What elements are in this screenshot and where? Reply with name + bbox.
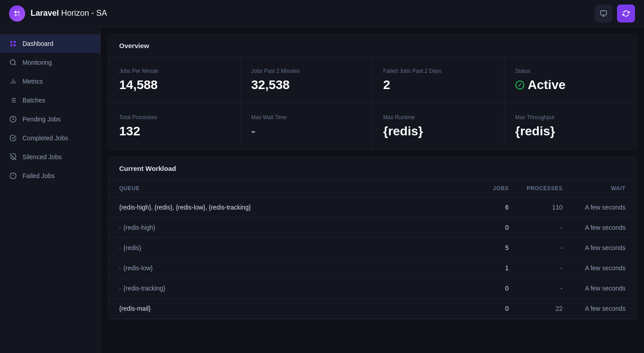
queue-name: › {redis-low} — [119, 264, 464, 272]
svg-point-2 — [14, 13, 17, 16]
jobs-count: 0 — [464, 285, 509, 292]
svg-line-12 — [14, 64, 16, 65]
sidebar-item-completed-jobs[interactable]: Completed Jobs — [0, 129, 100, 147]
clock-icon — [9, 115, 17, 123]
svg-rect-9 — [10, 44, 13, 46]
chevron-right-icon: › — [119, 225, 121, 230]
stat-value-mr: {redis} — [383, 124, 493, 139]
table-row[interactable]: › {redis-tracking} 0 - A few seconds — [108, 278, 636, 299]
col-jobs: Jobs — [464, 185, 509, 192]
svg-rect-8 — [13, 41, 16, 43]
stat-total-processes: Total Processes 132 — [108, 103, 241, 149]
sidebar-item-pending-jobs[interactable]: Pending Jobs — [0, 110, 100, 129]
overview-section: Overview Jobs Per Minute 14,588 Jobs Pas… — [108, 34, 637, 150]
alert-circle-icon — [9, 172, 17, 180]
stats-row-1: Jobs Per Minute 14,588 Jobs Past 2 Minut… — [108, 57, 636, 103]
app-title: Laravel Horizon - SA — [31, 9, 107, 18]
chevron-right-icon: › — [119, 246, 121, 250]
workload-title: Current Workload — [108, 157, 636, 180]
sidebar-label-monitoring: Monitoring — [22, 59, 52, 66]
bar-chart-icon — [9, 77, 17, 85]
sidebar-item-batches[interactable]: Batches — [0, 91, 100, 110]
svg-point-11 — [10, 60, 15, 65]
wait-val: A few seconds — [563, 264, 626, 272]
svg-point-0 — [14, 11, 17, 13]
stat-label-mt: Max Throughput — [515, 114, 626, 121]
sidebar-label-batches: Batches — [22, 97, 45, 104]
wait-val: A few seconds — [563, 204, 626, 211]
stat-label-tp: Total Processes — [119, 114, 229, 121]
processes-count: - — [509, 264, 563, 272]
chevron-right-icon: › — [119, 286, 121, 291]
main-layout: Dashboard Monitoring Metrics — [0, 27, 644, 353]
table-row[interactable]: {redis-mail} 0 22 A few seconds — [108, 299, 636, 319]
stat-label-j2m: Jobs Past 2 Minutes — [251, 68, 362, 74]
stat-label-status: Status — [515, 68, 626, 74]
stat-label-f2d: Failed Jobs Past 2 Days — [383, 68, 493, 74]
stat-jobs-per-minute: Jobs Per Minute 14,588 — [108, 57, 241, 103]
wait-val: A few seconds — [563, 305, 626, 312]
list-icon — [9, 96, 17, 104]
col-wait: Wait — [563, 185, 626, 192]
sidebar-label-failed-jobs: Failed Jobs — [22, 172, 55, 179]
grid-icon — [9, 40, 17, 48]
stat-jobs-past-2min: Jobs Past 2 Minutes 32,538 — [241, 57, 373, 103]
queue-name: › {redis-high} — [119, 224, 464, 231]
workload-table-header: Queue Jobs Processes Wait — [108, 180, 636, 197]
svg-rect-7 — [10, 41, 13, 43]
stat-label-jpm: Jobs Per Minute — [119, 68, 229, 74]
sidebar-item-monitoring[interactable]: Monitoring — [0, 53, 100, 72]
svg-rect-4 — [600, 11, 606, 15]
jobs-count: 5 — [464, 244, 509, 251]
logo-icon — [9, 5, 25, 22]
bell-off-icon — [9, 153, 17, 161]
stat-value-tp: 132 — [119, 124, 229, 139]
queue-name: {redis-mail} — [119, 305, 464, 312]
jobs-count: 0 — [464, 305, 509, 312]
sidebar-label-pending-jobs: Pending Jobs — [22, 116, 61, 123]
sidebar-label-completed-jobs: Completed Jobs — [22, 134, 68, 142]
stat-value-f2d: 2 — [383, 78, 493, 92]
stat-value-mt: {redis} — [515, 124, 626, 139]
svg-rect-10 — [13, 44, 16, 46]
check-circle-icon — [9, 134, 17, 142]
stat-failed-past-2days: Failed Jobs Past 2 Days 2 — [372, 57, 505, 103]
search-icon — [9, 58, 17, 67]
sidebar-item-metrics[interactable]: Metrics — [0, 72, 100, 91]
processes-count: 22 — [509, 305, 563, 312]
workload-section: Current Workload Queue Jobs Processes Wa… — [108, 157, 637, 319]
queue-name: {redis-high}, {redis}, {redis-low}, {red… — [119, 204, 464, 211]
table-row[interactable]: › {redis-low} 1 - A few seconds — [108, 258, 636, 278]
stat-max-runtime: Max Runtime {redis} — [372, 103, 505, 149]
sidebar-label-silenced-jobs: Silenced Jobs — [22, 153, 62, 161]
processes-count: - — [509, 285, 563, 292]
stat-status: Status ✓ Active — [505, 57, 637, 103]
sidebar-item-failed-jobs[interactable]: Failed Jobs — [0, 166, 100, 185]
table-row[interactable]: › {redis} 5 - A few seconds — [108, 238, 636, 258]
stat-max-wait: Max Wait Time - — [241, 103, 373, 149]
active-dot-icon: ✓ — [515, 80, 524, 89]
processes-count: - — [509, 244, 563, 251]
table-row[interactable]: {redis-high}, {redis}, {redis-low}, {red… — [108, 197, 636, 218]
jobs-count: 1 — [464, 264, 509, 272]
stat-value-mw: - — [251, 124, 362, 139]
monitor-button[interactable] — [595, 4, 613, 22]
sidebar-label-dashboard: Dashboard — [22, 40, 54, 47]
stat-value-status: ✓ Active — [515, 78, 626, 92]
stat-value-j2m: 32,538 — [251, 78, 362, 92]
jobs-count: 6 — [464, 204, 509, 211]
queue-name: › {redis-tracking} — [119, 285, 464, 292]
sidebar-item-dashboard[interactable]: Dashboard — [0, 34, 100, 53]
sidebar-label-metrics: Metrics — [22, 78, 43, 85]
col-queue: Queue — [119, 185, 464, 192]
header-actions — [595, 4, 635, 22]
header-left: Laravel Horizon - SA — [9, 5, 107, 22]
sidebar-item-silenced-jobs[interactable]: Silenced Jobs — [0, 147, 100, 166]
wait-val: A few seconds — [563, 224, 626, 231]
refresh-button[interactable] — [617, 4, 635, 22]
stat-value-jpm: 14,588 — [119, 78, 229, 92]
stat-max-throughput: Max Throughput {redis} — [505, 103, 637, 149]
table-row[interactable]: › {redis-high} 0 - A few seconds — [108, 218, 636, 238]
sidebar: Dashboard Monitoring Metrics — [0, 27, 101, 353]
stat-label-mw: Max Wait Time — [251, 114, 362, 121]
